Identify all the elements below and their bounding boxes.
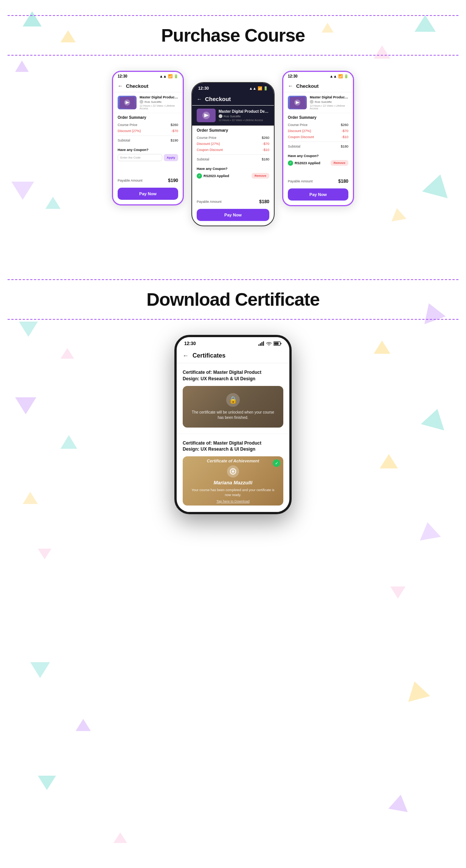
svg-rect-11 — [261, 342, 263, 346]
payable-row-center: Payable Amount $180 — [192, 196, 274, 207]
wifi-icon-right: 📶 — [338, 74, 343, 78]
wifi-icon: 📶 — [168, 74, 172, 78]
cert-header: ← Certificates — [177, 348, 289, 363]
coupon-applied-left: ✓ RS2023 Applied — [197, 173, 229, 179]
cert-time: 12:30 — [184, 341, 196, 346]
cert-course-title-unlocked: Certificate of: Master Digital ProductDe… — [183, 440, 283, 453]
order-divider-center — [197, 154, 269, 155]
cert-battery-icon — [273, 341, 282, 346]
section-purchase: Purchase Course 12:30 ▲▲ 📶 🔋 ← Checkout — [0, 0, 466, 264]
order-row-price-right: Course Price $260 — [288, 122, 348, 128]
course-meta-right: 12 Hours • 22 Video • Lifetime Access — [310, 104, 348, 110]
coupon-applied-right: ✓ RS2023 Applied Remove — [288, 160, 348, 166]
order-title-left: Order Summary — [118, 115, 178, 120]
coupon-remove-btn-right[interactable]: Remove — [331, 160, 348, 166]
checkout-title-center: Checkout — [205, 96, 231, 102]
coupon-section-right: Have any Coupon? ✓ RS2023 Applied Remove — [283, 152, 353, 168]
coupon-code-center: RS2023 Applied — [203, 174, 229, 178]
course-author-left: Rob Sutcliffe — [140, 100, 178, 104]
svg-rect-9 — [258, 344, 259, 346]
battery-icon: 🔋 — [174, 74, 178, 78]
battery-icon-right: 🔋 — [344, 74, 348, 78]
phone-center-header: ← Checkout — [192, 93, 274, 106]
wifi-icon-center: 📶 — [258, 86, 262, 90]
back-arrow-right[interactable]: ← — [288, 83, 293, 89]
checkout-title-right: Checkout — [296, 83, 318, 89]
svg-rect-14 — [274, 342, 279, 345]
course-author-right: Rob Sutcliffe — [310, 100, 348, 104]
cert-status-icons — [258, 341, 282, 346]
phone-left: 12:30 ▲▲ 📶 🔋 ← Checkout — [112, 71, 184, 205]
order-row-discount-left: Discount (27%) -$70 — [118, 128, 178, 134]
cert-card-unlocked: ✓ Certificate of Achievement Mariana Maz… — [183, 456, 283, 506]
cert-tap-download-link[interactable]: Tap here to Download — [216, 499, 250, 503]
svg-rect-12 — [263, 341, 264, 346]
status-icons-right: ▲▲ 📶 🔋 — [329, 74, 348, 78]
back-arrow-left[interactable]: ← — [118, 83, 123, 89]
coupon-title-left: Have any Coupon? — [118, 148, 178, 152]
back-arrow-center[interactable]: ← — [197, 96, 202, 102]
phone-certificate: 12:30 — [174, 335, 292, 514]
cert-download-icon[interactable] — [227, 465, 239, 478]
phones-row: 12:30 ▲▲ 📶 🔋 ← Checkout — [0, 56, 466, 241]
status-bar-center: 12:30 ▲▲ 📶 🔋 — [192, 83, 274, 93]
order-section-left: Order Summary Course Price $260 Discount… — [113, 113, 183, 146]
coupon-section-left: Have any Coupon? Enter the Code Apply — [113, 146, 183, 163]
signal-icon-center: ▲▲ — [249, 86, 256, 90]
course-thumb-left — [118, 96, 137, 109]
coupon-input-row-left: Enter the Code Apply — [118, 154, 178, 161]
coupon-input-left[interactable]: Enter the Code — [118, 154, 162, 161]
course-name-right: Master Digital Product Design... — [310, 95, 348, 99]
order-row-coupon-center: Coupon Discount -$10 — [197, 147, 269, 153]
svg-rect-15 — [281, 343, 282, 344]
lock-icon: 🔒 — [226, 393, 240, 407]
phone-center: 12:30 ▲▲ 📶 🔋 ← Checkout — [191, 82, 275, 226]
cert-item-locked: Certificate of: Master Digital ProductDe… — [177, 363, 289, 434]
status-bar-left: 12:30 ▲▲ 📶 🔋 — [113, 72, 183, 80]
course-card-left: Master Digital Product Design... Rob Sut… — [113, 92, 183, 113]
course-info-center: Master Digital Product Design... Rob Sut… — [219, 109, 269, 121]
coupon-section-center: Have any Coupon? ✓ RS2023 Applied Remove — [192, 165, 274, 181]
cert-card-locked: 🔒 The certificate will be unlocked when … — [183, 386, 283, 428]
course-thumb-center — [197, 109, 216, 122]
cert-back-btn[interactable]: ← — [183, 352, 189, 359]
status-icons-left: ▲▲ 📶 🔋 — [159, 74, 178, 78]
page-content: Purchase Course 12:30 ▲▲ 📶 🔋 ← Checkout — [0, 0, 466, 560]
time-center: 12:30 — [198, 86, 209, 90]
cert-wifi-icon — [266, 341, 272, 346]
cert-status-bar: 12:30 — [177, 337, 289, 348]
order-section-center: Order Summary Course Price $260 Discount… — [192, 126, 274, 165]
phone-right-header: ← Checkout — [283, 80, 353, 92]
order-row-price-center: Course Price $260 — [197, 135, 269, 141]
coupon-code-right: RS2023 Applied — [295, 161, 320, 165]
coupon-title-right: Have any Coupon? — [288, 154, 348, 158]
status-bar-right: 12:30 ▲▲ 📶 🔋 — [283, 72, 353, 80]
status-icons-center: ▲▲ 📶 🔋 — [249, 86, 268, 90]
svg-rect-10 — [260, 343, 261, 346]
time-right: 12:30 — [288, 74, 298, 78]
coupon-remove-btn-center[interactable]: Remove — [252, 173, 269, 179]
phone-right: 12:30 ▲▲ 📶 🔋 ← Checkout — [282, 71, 354, 206]
course-meta-left: 12 Hours • 22 Video • Lifetime Access — [140, 104, 178, 110]
cert-signal-icon — [258, 341, 264, 346]
cert-page-title: Certificates — [193, 352, 225, 359]
order-divider-left — [118, 135, 178, 136]
course-info-left: Master Digital Product Design... Rob Sut… — [140, 95, 178, 110]
coupon-apply-btn-left[interactable]: Apply — [164, 154, 178, 161]
course-thumb-right — [288, 96, 307, 109]
course-card-right: Master Digital Product Design... Rob Sut… — [283, 92, 353, 113]
order-row-coupon-right: Coupon Discount -$10 — [288, 134, 348, 140]
author-avatar-center — [219, 114, 222, 118]
phone-cert-inner: 12:30 — [177, 337, 289, 512]
pay-now-btn-right[interactable]: Pay Now — [288, 188, 348, 201]
order-row-discount-right: Discount (27%) -$70 — [288, 128, 348, 134]
course-info-right: Master Digital Product Design... Rob Sut… — [310, 95, 348, 110]
pay-now-btn-left[interactable]: Pay Now — [118, 188, 178, 200]
course-name-center: Master Digital Product Design... — [219, 109, 269, 114]
pay-now-btn-center[interactable]: Pay Now — [197, 209, 269, 221]
order-row-discount-center: Discount (27%) -$70 — [197, 141, 269, 147]
course-author-center: Rob Sutcliffe — [219, 114, 269, 118]
phone-left-header: ← Checkout — [113, 80, 183, 92]
signal-icon-right: ▲▲ — [329, 74, 337, 78]
payable-row-left: Payable Amount $190 — [113, 175, 183, 186]
